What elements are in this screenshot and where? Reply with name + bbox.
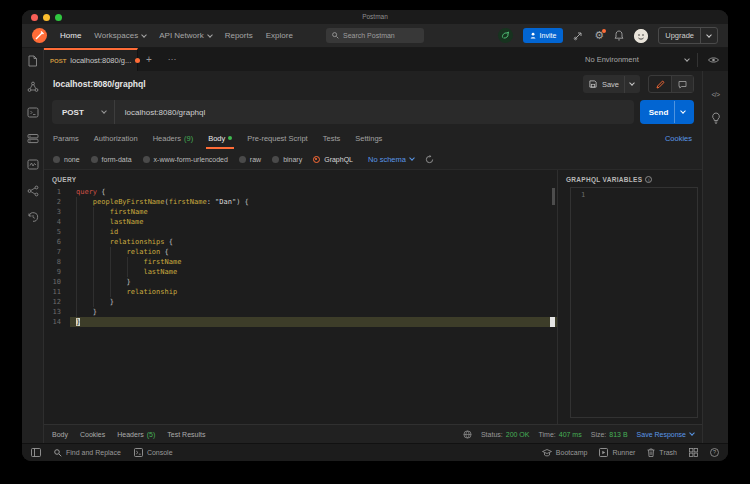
bell-icon[interactable]	[614, 30, 624, 41]
windows-icon[interactable]	[689, 448, 698, 457]
code-snippet-icon[interactable]: </>	[712, 91, 720, 98]
code-line[interactable]: 14}	[44, 317, 557, 327]
response-tab-body[interactable]: Body	[52, 431, 68, 438]
variables-line-number: 1	[571, 188, 697, 199]
mock-servers-icon[interactable]	[27, 132, 39, 145]
code-line[interactable]: 6 relationships {	[44, 237, 557, 247]
avatar[interactable]	[634, 29, 648, 43]
settings-gear-icon[interactable]: ⚙	[594, 30, 604, 41]
query-pane: QUERY 1query {2 peopleByFirstName(firstN…	[44, 170, 557, 424]
method-selector[interactable]: POST	[52, 108, 114, 117]
editor-scrollbar[interactable]	[552, 188, 555, 205]
search-icon	[332, 32, 339, 39]
chevron-down-icon[interactable]	[680, 108, 686, 114]
time-meta: Time:407 ms	[539, 431, 582, 438]
code-line[interactable]: 7 relation {	[44, 247, 557, 257]
code-line[interactable]: 8 firstName	[44, 257, 557, 267]
code-line[interactable]: 11 relationship	[44, 287, 557, 297]
radio-raw[interactable]: raw	[239, 156, 261, 163]
code-line[interactable]: 1query {	[44, 187, 557, 197]
tabstrip: POST localhost:8080/g... + ⋯ No Environm…	[44, 48, 728, 71]
trash-button[interactable]: Trash	[647, 448, 677, 457]
lightbulb-icon[interactable]	[711, 112, 721, 124]
line-number: 12	[44, 297, 70, 307]
schema-selector[interactable]: No schema	[368, 155, 414, 164]
bootcamp-icon	[542, 449, 552, 457]
radio-x-www-form-urlencoded[interactable]: x-www-form-urlencoded	[143, 156, 228, 163]
chevron-down-icon	[141, 32, 147, 38]
variables-label: GRAPHQL VARIABLES i	[558, 170, 702, 187]
graphql-editor: QUERY 1query {2 peopleByFirstName(firstN…	[44, 169, 702, 424]
chevron-down-icon[interactable]	[629, 80, 635, 86]
nav-explore[interactable]: Explore	[266, 31, 293, 40]
tab-headers[interactable]: Headers(9)	[153, 127, 194, 149]
response-tab-headers[interactable]: Headers(5)	[117, 431, 155, 438]
environments-icon[interactable]	[27, 106, 39, 119]
history-icon[interactable]	[27, 210, 39, 223]
sidebar-toggle-icon[interactable]	[31, 448, 41, 457]
radio-form-data[interactable]: form-data	[91, 156, 132, 163]
radio-graphql[interactable]: GraphQL	[313, 156, 353, 163]
tab-method-badge: POST	[50, 58, 66, 64]
save-response-button[interactable]: Save Response	[637, 431, 694, 438]
monitors-icon[interactable]	[27, 158, 39, 171]
code-line[interactable]: 12 }	[44, 297, 557, 307]
variables-editor[interactable]: 1	[570, 187, 698, 418]
refresh-schema-icon[interactable]	[425, 155, 434, 164]
main-area: POST localhost:8080/g... + ⋯ No Environm…	[22, 48, 728, 443]
environment-quick-look-icon[interactable]	[698, 56, 728, 64]
tab-options-button[interactable]: ⋯	[160, 48, 185, 71]
tab-body[interactable]: Body	[208, 127, 232, 149]
info-icon[interactable]: i	[645, 176, 652, 183]
send-button[interactable]: Send	[640, 100, 694, 124]
runner-button[interactable]: Runner	[599, 448, 635, 457]
nav-api-network[interactable]: API Network	[159, 31, 211, 40]
postman-logo-icon[interactable]	[32, 28, 47, 43]
nav-reports[interactable]: Reports	[225, 31, 253, 40]
new-tab-button[interactable]: +	[138, 48, 160, 71]
network-globe-icon[interactable]	[463, 430, 472, 439]
find-and-replace-button[interactable]: Find and Replace	[54, 449, 121, 457]
environment-selector[interactable]: No Environment	[577, 48, 697, 71]
tab-authorization[interactable]: Authorization	[94, 127, 138, 149]
postbot-icon[interactable]	[498, 28, 513, 43]
upgrade-button[interactable]: Upgrade	[658, 27, 718, 44]
radio-none[interactable]: none	[53, 156, 80, 163]
invite-button[interactable]: Invite	[523, 28, 564, 43]
code-line[interactable]: 2 peopleByFirstName(firstName: "Dan") {	[44, 197, 557, 207]
response-tab-cookies[interactable]: Cookies	[80, 431, 105, 438]
apis-icon[interactable]	[27, 80, 39, 93]
right-rail: </>	[702, 71, 728, 443]
launch-icon[interactable]	[573, 30, 584, 41]
request-tab[interactable]: POST localhost:8080/g...	[44, 48, 138, 71]
left-rail	[22, 48, 44, 443]
cookies-link[interactable]: Cookies	[665, 134, 692, 143]
tab-tests[interactable]: Tests	[323, 127, 341, 149]
code-line[interactable]: 10 }	[44, 277, 557, 287]
help-icon[interactable]: ?	[710, 448, 719, 457]
edit-pencil-icon[interactable]	[649, 76, 671, 92]
tab-params[interactable]: Params	[53, 127, 79, 149]
url-input[interactable]: localhost:8080/graphql	[115, 108, 206, 117]
radio-binary[interactable]: binary	[272, 156, 302, 163]
code-line[interactable]: 5 id	[44, 227, 557, 237]
code-line[interactable]: 4 lastName	[44, 217, 557, 227]
code-line[interactable]: 3 firstName	[44, 207, 557, 217]
code-line[interactable]: 13 }	[44, 307, 557, 317]
bootcamp-button[interactable]: Bootcamp	[542, 449, 588, 457]
collections-icon[interactable]	[27, 54, 38, 67]
search-input[interactable]: Search Postman	[326, 28, 424, 43]
nav-workspaces[interactable]: Workspaces	[94, 31, 146, 40]
save-button[interactable]: Save	[583, 75, 640, 93]
code-line[interactable]: 9 lastName	[44, 267, 557, 277]
nav-home[interactable]: Home	[60, 31, 81, 40]
tab-settings[interactable]: Settings	[355, 127, 382, 149]
response-tab-test-results[interactable]: Test Results	[167, 431, 205, 438]
divider	[700, 28, 701, 44]
status-meta: Status:200 OK	[481, 431, 530, 438]
flows-icon[interactable]	[27, 184, 39, 197]
console-button[interactable]: Console	[134, 448, 173, 457]
tab-pre-request-script[interactable]: Pre-request Script	[247, 127, 307, 149]
query-code[interactable]: 1query {2 peopleByFirstName(firstName: "…	[44, 187, 557, 327]
comment-icon[interactable]	[671, 76, 693, 92]
